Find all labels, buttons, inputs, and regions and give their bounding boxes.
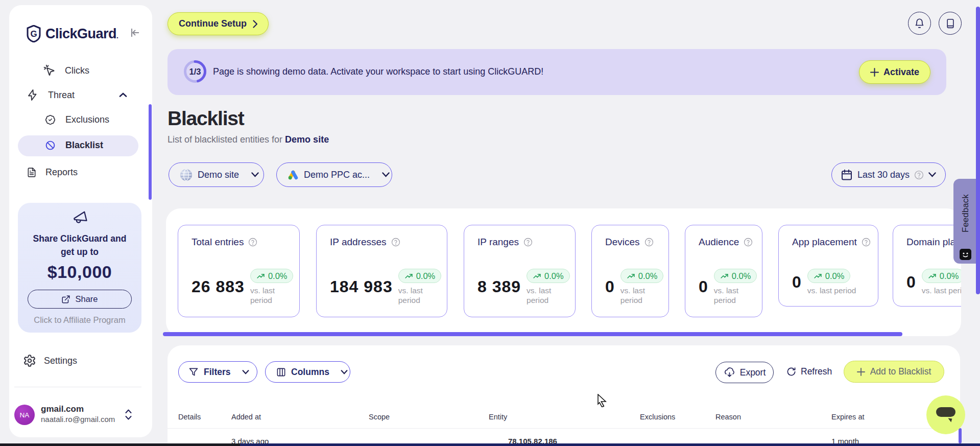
svg-text:G: G (30, 29, 37, 39)
